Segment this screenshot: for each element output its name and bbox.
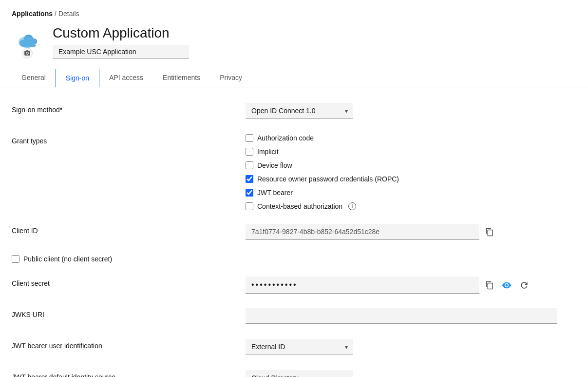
jwt-default-source-control: Cloud Directory LDAP SAML ▾: [246, 370, 576, 377]
public-client-label: Public client (no client secret): [23, 255, 112, 263]
auth-code-checkbox[interactable]: [246, 134, 253, 142]
ropc-checkbox[interactable]: [246, 175, 253, 183]
breadcrumb-detail: Details: [58, 10, 79, 18]
tabs-bar: General Sign-on API access Entitlements …: [0, 69, 588, 87]
tab-privacy[interactable]: Privacy: [210, 69, 252, 87]
auth-code-label: Authorization code: [257, 134, 314, 142]
client-id-control: [246, 224, 576, 240]
header-area: Custom Application: [0, 25, 588, 59]
client-secret-label: Client secret: [12, 277, 246, 287]
context-based-checkbox[interactable]: [246, 202, 253, 210]
header-right: Custom Application: [53, 25, 576, 59]
jwt-default-source-row: JWT bearer default identity source Cloud…: [12, 370, 576, 377]
client-id-input-group: [246, 224, 576, 240]
sign-on-method-label: Sign-on method*: [12, 103, 246, 114]
jwks-uri-input[interactable]: [246, 308, 557, 324]
grant-types-label: Grant types: [12, 134, 246, 145]
context-based-info-icon[interactable]: i: [348, 202, 356, 210]
grant-type-auth-code[interactable]: Authorization code: [246, 134, 576, 142]
grant-type-implicit[interactable]: Implicit: [246, 148, 576, 156]
client-secret-input-group: [246, 277, 576, 294]
client-id-row: Client ID: [12, 224, 576, 241]
device-flow-checkbox[interactable]: [246, 161, 253, 169]
grant-type-context-based[interactable]: Context-based authorization i: [246, 202, 576, 210]
app-name-input[interactable]: [53, 45, 189, 59]
implicit-label: Implicit: [257, 148, 279, 156]
breadcrumb-apps[interactable]: Applications: [12, 10, 53, 18]
grant-types-list: Authorization code Implicit Device flow …: [246, 134, 576, 210]
tab-api-access[interactable]: API access: [99, 69, 153, 87]
ropc-label: Resource owner password credentials (ROP…: [257, 175, 399, 183]
public-client-row[interactable]: Public client (no client secret): [12, 255, 576, 263]
client-id-input[interactable]: [246, 224, 479, 240]
jwt-bearer-label: JWT bearer: [257, 189, 293, 197]
client-id-label: Client ID: [12, 224, 246, 235]
jwt-user-id-select-wrapper: External ID Subject Email ▾: [246, 339, 353, 355]
grant-type-jwt-bearer[interactable]: JWT bearer: [246, 189, 576, 197]
jwt-default-source-label: JWT bearer default identity source: [12, 370, 246, 377]
sign-on-method-control: Open ID Connect 1.0 SAML 2.0 ▾: [246, 103, 576, 119]
jwt-default-source-select[interactable]: Cloud Directory LDAP SAML: [246, 370, 353, 377]
breadcrumb: Applications / Details: [0, 0, 588, 25]
jwt-default-source-select-wrapper: Cloud Directory LDAP SAML ▾: [246, 370, 353, 377]
jwt-user-id-select[interactable]: External ID Subject Email: [246, 339, 353, 355]
camera-icon[interactable]: [22, 48, 33, 59]
jwt-user-id-label: JWT bearer user identification: [12, 339, 246, 350]
context-based-label: Context-based authorization: [257, 202, 342, 210]
client-secret-input[interactable]: [246, 277, 479, 294]
jwks-uri-control: [246, 308, 576, 324]
jwt-user-id-control: External ID Subject Email ▾: [246, 339, 576, 355]
sign-on-content: Sign-on method* Open ID Connect 1.0 SAML…: [0, 87, 588, 377]
grant-type-ropc[interactable]: Resource owner password credentials (ROP…: [246, 175, 576, 183]
client-secret-row: Client secret: [12, 277, 576, 294]
refresh-secret-button[interactable]: [517, 278, 531, 292]
grant-types-row: Grant types Authorization code Implicit …: [12, 134, 576, 210]
jwks-uri-label: JWKS URI: [12, 308, 246, 318]
client-secret-control: [246, 277, 576, 294]
copy-client-id-button[interactable]: [483, 226, 496, 238]
sign-on-method-select[interactable]: Open ID Connect 1.0 SAML 2.0: [246, 103, 353, 119]
implicit-checkbox[interactable]: [246, 148, 253, 156]
show-secret-button[interactable]: [500, 278, 513, 292]
copy-secret-button[interactable]: [483, 279, 496, 292]
tab-entitlements[interactable]: Entitlements: [153, 69, 210, 87]
tab-sign-on[interactable]: Sign-on: [56, 69, 99, 87]
sign-on-method-select-wrapper: Open ID Connect 1.0 SAML 2.0 ▾: [246, 103, 353, 119]
breadcrumb-separator: /: [55, 10, 57, 18]
tab-general[interactable]: General: [12, 69, 56, 87]
jwks-uri-row: JWKS URI: [12, 308, 576, 325]
jwt-bearer-checkbox[interactable]: [246, 189, 253, 197]
jwt-user-id-row: JWT bearer user identification External …: [12, 339, 576, 357]
grant-types-control: Authorization code Implicit Device flow …: [246, 134, 576, 210]
device-flow-label: Device flow: [257, 161, 292, 169]
public-client-checkbox[interactable]: [12, 255, 19, 263]
grant-type-device-flow[interactable]: Device flow: [246, 161, 576, 169]
page-title: Custom Application: [53, 25, 576, 41]
sign-on-method-row: Sign-on method* Open ID Connect 1.0 SAML…: [12, 103, 576, 120]
app-icon-wrapper: [12, 25, 43, 57]
